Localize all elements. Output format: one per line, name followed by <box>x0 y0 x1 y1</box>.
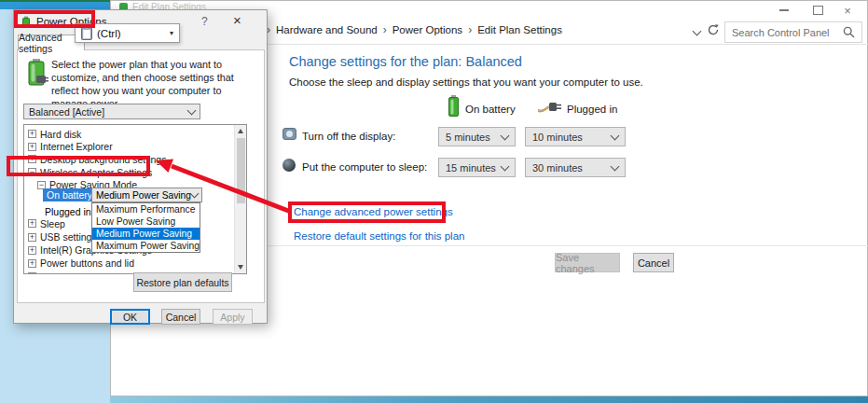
cancel-button[interactable]: Cancel <box>633 253 674 272</box>
tree-item-sleep[interactable]: +Sleep <box>28 217 65 229</box>
power-saving-dropdown-list: Maximum Performance Low Power Saving Med… <box>91 202 200 253</box>
power-plan-select[interactable]: Balanced [Active] <box>23 104 200 119</box>
plugged-in-column-header: Plugged in <box>567 104 617 115</box>
tree-item-partial <box>28 271 36 275</box>
screen: Edit Plan Settings × › Hardware and Soun… <box>0 0 868 403</box>
display-plugged-in-select[interactable]: 10 minutes <box>525 127 626 146</box>
page-subtitle: Choose the sleep and display settings th… <box>289 76 643 88</box>
put-computer-to-sleep-label: Put the computer to sleep: <box>302 161 427 173</box>
select-value: Balanced [Active] <box>29 106 104 118</box>
tree-item-wireless-adapter-settings[interactable]: −Wireless Adapter Settings <box>28 166 152 178</box>
restore-default-settings-link[interactable]: Restore default settings for this plan <box>294 230 464 242</box>
tree-item-label: Desktop background settings <box>40 154 166 165</box>
tree-item-label: Power buttons and lid <box>40 257 134 269</box>
tree-item-label: Hard disk <box>40 129 81 140</box>
select-value: 5 minutes <box>446 132 490 143</box>
divider <box>268 245 868 246</box>
power-options-dialog: Power Options ? × Advanced settings Sele… <box>13 9 268 324</box>
expand-icon <box>28 272 36 275</box>
chevron-down-icon <box>501 161 510 171</box>
breadcrumb-hardware-and-sound[interactable]: Hardware and Sound <box>276 24 378 35</box>
minimize-button[interactable] <box>774 3 794 18</box>
battery-icon <box>448 95 460 120</box>
option-maximum-power-saving[interactable]: Maximum Power Saving <box>92 240 200 252</box>
tree-scrollbar[interactable] <box>234 125 246 273</box>
chevron-down-icon <box>611 131 620 140</box>
close-dialog-button[interactable]: × <box>233 12 241 28</box>
breadcrumb-separator-icon: › <box>383 23 387 36</box>
select-value: Medium Power Saving <box>96 190 191 201</box>
collapse-icon[interactable]: − <box>28 168 36 176</box>
paste-ctrl-label: (Ctrl) <box>97 28 121 39</box>
tree-item-desktop-background-settings[interactable]: +Desktop background settings <box>28 153 166 165</box>
on-battery-setting-label[interactable]: On battery: <box>43 188 99 202</box>
maximize-icon <box>813 6 823 15</box>
search-icon <box>843 26 855 38</box>
caret-down-icon: ▾ <box>170 29 173 37</box>
select-value: 30 minutes <box>532 162 583 174</box>
turn-off-display-label: Turn off the display: <box>302 131 395 142</box>
power-plan-icon <box>25 59 48 91</box>
maximize-button[interactable] <box>807 3 828 18</box>
breadcrumb-separator-icon: › <box>468 23 472 36</box>
on-battery-column-header: On battery <box>465 104 516 115</box>
apply-button: Apply <box>213 309 253 325</box>
breadcrumb-power-options[interactable]: Power Options <box>393 24 462 35</box>
tree-item-label: USB settings <box>40 231 97 243</box>
tree-item-internet-explorer[interactable]: +Internet Explorer <box>28 141 113 153</box>
sleep-on-battery-select[interactable]: 15 minutes <box>438 158 516 177</box>
search-placeholder: Search Control Panel <box>732 27 843 38</box>
tree-item-label: Internet Explorer <box>40 141 113 152</box>
minimize-icon <box>779 9 789 11</box>
chevron-down-icon <box>501 131 510 140</box>
change-advanced-power-settings-link[interactable]: Change advanced power settings <box>294 206 453 217</box>
page-title: Change settings for the plan: Balanced <box>289 54 522 69</box>
save-changes-button: Save changes <box>555 253 620 272</box>
display-on-battery-select[interactable]: 5 minutes <box>438 127 516 146</box>
breadcrumb: › Hardware and Sound › Power Options › E… <box>267 23 562 36</box>
clipboard-icon <box>81 26 92 40</box>
scroll-down-icon[interactable] <box>238 265 243 270</box>
display-icon <box>282 128 296 140</box>
chevron-down-icon <box>611 161 620 171</box>
chevron-down-icon <box>187 105 197 115</box>
chevron-down-icon <box>190 189 200 199</box>
tree-item-label: Sleep <box>40 218 65 229</box>
expand-icon[interactable]: + <box>28 130 36 138</box>
power-options-icon <box>21 15 33 32</box>
on-battery-value-select[interactable]: Medium Power Saving <box>91 188 202 202</box>
tree-item-hard-disk[interactable]: +Hard disk <box>28 128 81 140</box>
expand-icon[interactable]: + <box>28 219 36 228</box>
expand-icon[interactable]: + <box>28 155 36 163</box>
expand-icon[interactable]: + <box>28 246 36 255</box>
tree-item-power-buttons-and-lid[interactable]: +Power buttons and lid <box>28 257 134 270</box>
option-maximum-performance[interactable]: Maximum Performance <box>92 203 200 215</box>
refresh-icon[interactable] <box>707 23 720 40</box>
plug-icon <box>537 99 562 118</box>
expand-icon[interactable]: + <box>28 233 36 242</box>
option-low-power-saving[interactable]: Low Power Saving <box>92 215 200 228</box>
dialog-description: Select the power plan that you want to c… <box>51 58 258 110</box>
tree-item-label: Wireless Adapter Settings <box>40 167 152 178</box>
scrollbar-thumb[interactable] <box>237 138 245 203</box>
plugged-in-setting-label[interactable]: Plugged in: <box>45 206 94 217</box>
restore-plan-defaults-button[interactable]: Restore plan defaults <box>133 272 232 292</box>
dialog-cancel-button[interactable]: Cancel <box>161 309 200 325</box>
advanced-settings-tree: +Hard disk +Internet Explorer +Desktop b… <box>23 124 247 274</box>
help-button[interactable]: ? <box>201 15 208 28</box>
close-window-button[interactable]: × <box>837 3 858 18</box>
scroll-up-icon[interactable] <box>238 129 243 133</box>
paste-options-tooltip[interactable]: (Ctrl) ▾ <box>75 23 180 43</box>
breadcrumb-edit-plan-settings[interactable]: Edit Plan Settings <box>477 24 562 35</box>
sleep-plugged-in-select[interactable]: 30 minutes <box>525 158 626 177</box>
ok-button[interactable]: OK <box>110 309 150 325</box>
tree-item-usb-settings[interactable]: +USB settings <box>28 231 97 243</box>
select-value: 10 minutes <box>532 132 583 143</box>
expand-icon[interactable]: + <box>28 259 36 268</box>
background-window-titlebar-strip <box>0 0 110 9</box>
expand-icon[interactable]: + <box>28 143 36 151</box>
taskbar-strip <box>110 396 868 403</box>
sleep-icon <box>282 159 296 172</box>
search-input[interactable]: Search Control Panel <box>724 21 862 43</box>
option-medium-power-saving[interactable]: Medium Power Saving <box>92 228 200 240</box>
